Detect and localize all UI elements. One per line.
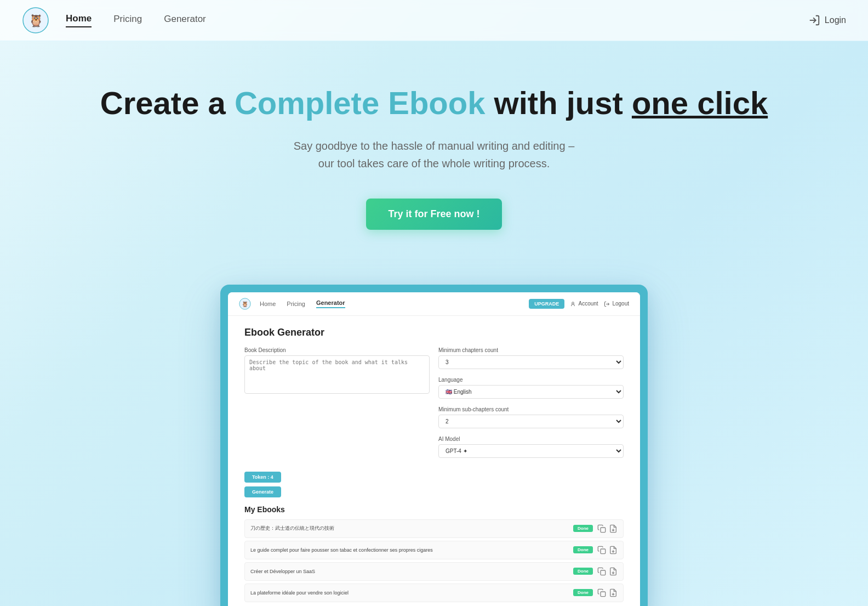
ebook-row: 刀の歴史：武士道の伝統と現代の技術 Done	[244, 519, 624, 538]
min-chapters-label: Minimum chapters count	[438, 347, 624, 353]
svg-rect-11	[601, 570, 606, 575]
min-subchapters-label: Minimum sub-chapters count	[438, 406, 624, 412]
token-button[interactable]: Token : 4	[244, 472, 281, 483]
ai-model-select[interactable]: GPT-4 ✦ GPT-3.5	[438, 444, 624, 458]
svg-text:🦉: 🦉	[242, 301, 249, 307]
hero-title: Create a Complete Ebook with just one cl…	[22, 85, 846, 122]
download-icon[interactable]	[609, 567, 618, 576]
right-form: Minimum chapters count 3 5 7 Language 🇬🇧…	[438, 347, 624, 463]
book-description-label: Book Description	[244, 347, 430, 353]
language-group: Language 🇬🇧 English 🇫🇷 French 🇩🇪 German	[438, 377, 624, 404]
min-subchapters-group: Minimum sub-chapters count 2 3 4	[438, 406, 624, 434]
ebook-status: Done	[573, 589, 593, 596]
copy-icon[interactable]	[597, 567, 606, 576]
min-subchapters-select[interactable]: 2 3 4	[438, 415, 624, 428]
action-buttons: Token : 4 Generate	[244, 471, 624, 497]
svg-rect-13	[601, 592, 606, 597]
book-description-group: Book Description	[244, 347, 430, 463]
login-icon	[808, 14, 820, 26]
mini-nav-pricing[interactable]: Pricing	[287, 301, 305, 307]
form-grid: Book Description Minimum chapters count …	[244, 347, 624, 463]
copy-icon[interactable]	[597, 546, 606, 554]
account-icon	[570, 301, 576, 307]
hero-section: Create a Complete Ebook with just one cl…	[0, 41, 868, 252]
svg-rect-7	[601, 528, 606, 533]
ebook-row: Le guide complet pour faire pousser son …	[244, 541, 624, 559]
language-select[interactable]: 🇬🇧 English 🇫🇷 French 🇩🇪 German	[438, 385, 624, 399]
logo-icon: 🦉	[22, 7, 49, 34]
ebook-actions	[597, 567, 618, 576]
mini-nav-home[interactable]: Home	[260, 301, 276, 307]
mini-upgrade-button[interactable]: UPGRADE	[529, 299, 564, 309]
download-icon[interactable]	[609, 546, 618, 554]
ebook-actions	[597, 546, 618, 554]
generator-form: Ebook Generator Book Description Minimum…	[228, 316, 640, 606]
mini-nav-links: Home Pricing Generator	[260, 299, 529, 308]
ai-model-label: AI Model	[438, 436, 624, 442]
nav-pricing[interactable]: Pricing	[113, 14, 142, 27]
preview-content: 🦉 Home Pricing Generator UPGRADE Account	[228, 292, 640, 606]
logout-icon	[604, 301, 610, 307]
ebook-actions	[597, 524, 618, 533]
login-label: Login	[825, 15, 846, 25]
ebook-title: Le guide complet pour faire pousser son …	[250, 547, 573, 553]
cta-button[interactable]: Try it for Free now !	[366, 199, 501, 230]
ebook-row: Créer et Développer un SaaS Done	[244, 562, 624, 581]
min-chapters-group: Minimum chapters count 3 5 7	[438, 347, 624, 375]
ai-model-group: AI Model GPT-4 ✦ GPT-3.5	[438, 436, 624, 463]
ebook-status: Done	[573, 525, 593, 532]
ebook-title: La plateforme idéale pour vendre son log…	[250, 590, 573, 596]
book-description-input[interactable]	[244, 355, 430, 394]
generator-title: Ebook Generator	[244, 327, 624, 338]
download-icon[interactable]	[609, 588, 618, 597]
preview-frame: 🦉 Home Pricing Generator UPGRADE Account	[220, 285, 648, 606]
ebook-status: Done	[573, 546, 593, 553]
preview-section: 🦉 Home Pricing Generator UPGRADE Account	[0, 252, 868, 606]
mini-account-link[interactable]: Account	[570, 301, 598, 307]
ebook-row: La plateforme idéale pour vendre son log…	[244, 584, 624, 602]
mini-logout-link[interactable]: Logout	[604, 301, 629, 307]
svg-rect-9	[601, 549, 606, 554]
ebook-title: Créer et Développer un SaaS	[250, 569, 573, 574]
download-icon[interactable]	[609, 524, 618, 533]
login-button[interactable]: Login	[808, 14, 846, 26]
svg-point-5	[572, 302, 574, 304]
navbar: 🦉 Home Pricing Generator Login	[0, 0, 868, 41]
copy-icon[interactable]	[597, 524, 606, 533]
generate-button[interactable]: Generate	[244, 486, 281, 497]
mini-nav-generator[interactable]: Generator	[316, 299, 345, 308]
my-ebooks-title: My Ebooks	[244, 505, 624, 514]
mini-navbar: 🦉 Home Pricing Generator UPGRADE Account	[228, 292, 640, 316]
ebook-actions	[597, 588, 618, 597]
mini-nav-right: UPGRADE Account Logout	[529, 299, 629, 309]
mini-logo-icon: 🦉	[239, 298, 251, 310]
svg-text:🦉: 🦉	[28, 13, 44, 28]
min-chapters-select[interactable]: 3 5 7	[438, 355, 624, 369]
hero-subtitle: Say goodbye to the hassle of manual writ…	[22, 137, 846, 172]
my-ebooks-section: My Ebooks 刀の歴史：武士道の伝統と現代の技術 Done Le guid…	[244, 505, 624, 602]
language-label: Language	[438, 377, 624, 383]
nav-generator[interactable]: Generator	[164, 14, 206, 27]
ebook-title: 刀の歴史：武士道の伝統と現代の技術	[250, 525, 573, 532]
copy-icon[interactable]	[597, 588, 606, 597]
nav-links: Home Pricing Generator	[66, 13, 808, 27]
ebook-status: Done	[573, 568, 593, 575]
nav-home[interactable]: Home	[66, 13, 92, 27]
